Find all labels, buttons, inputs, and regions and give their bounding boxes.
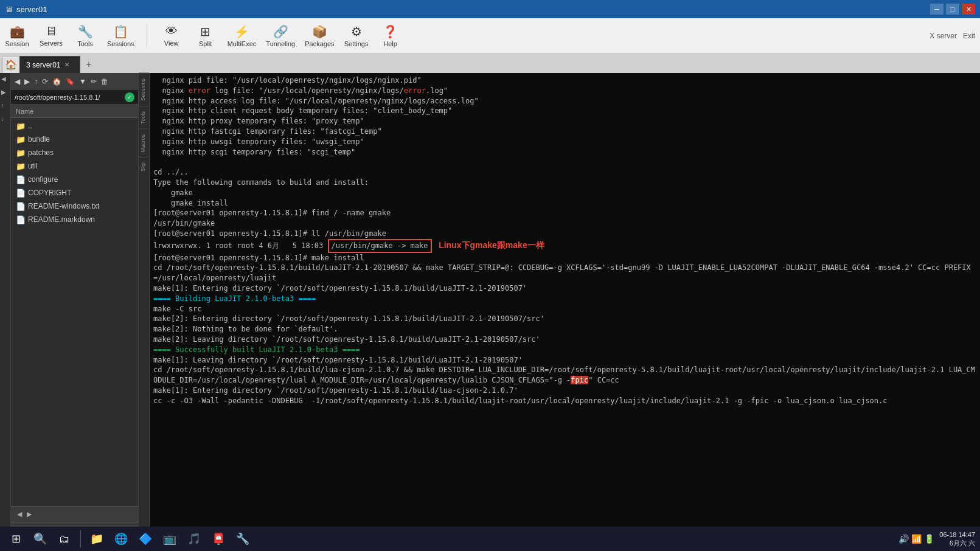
toolbar-help[interactable]: ❓ Help <box>378 24 403 47</box>
tab-add-button[interactable]: + <box>80 56 97 73</box>
file-tb-btn-6[interactable]: 🔖 <box>64 76 76 87</box>
file-tb-btn-3[interactable]: ↑ <box>33 76 39 87</box>
toolbar-settings[interactable]: ⚙ Settings <box>344 24 369 47</box>
tab-home[interactable]: 🏠 <box>2 56 19 73</box>
taskbar-app-3[interactable]: 🎵 <box>183 528 205 550</box>
toolbar-servers[interactable]: 🖥 Servers <box>39 24 63 47</box>
title-bar-controls: ─ □ ✕ <box>930 4 975 15</box>
toolbar-sessions[interactable]: 📋 Sessions <box>107 24 134 47</box>
tab-label: 3 server01 <box>26 61 61 69</box>
taskbar-separator <box>80 530 81 547</box>
file-tb-btn-2[interactable]: ▶ <box>23 76 31 87</box>
clock-time: 06-18 14:47 <box>939 530 975 539</box>
list-item[interactable]: 📁 util <box>11 159 138 173</box>
multiexec-label: MultiExec <box>228 40 257 47</box>
search-button[interactable]: 🔍 <box>29 528 51 550</box>
left-icon-3[interactable]: ↑ <box>1 102 10 111</box>
list-item-name: util <box>28 162 37 170</box>
side-label-slip[interactable]: Slip <box>139 157 149 176</box>
list-item-name: COPYRIGHT <box>28 189 71 197</box>
xserver-label[interactable]: X server <box>930 32 957 40</box>
list-item[interactable]: 📄 README-windows.txt <box>11 199 138 213</box>
list-item-name: bundle <box>28 135 50 144</box>
side-label-sessions[interactable]: Sessions <box>139 73 149 106</box>
toolbar-packages[interactable]: 📦 Packages <box>305 24 334 47</box>
split-label: Split <box>199 40 212 47</box>
toolbar-split[interactable]: ⊞ Split <box>193 24 218 47</box>
exit-label[interactable]: Exit <box>963 32 975 40</box>
list-item-name: configure <box>28 175 58 184</box>
folder-icon: 📁 <box>16 162 26 171</box>
tray-icon-3[interactable]: 🔋 <box>924 534 934 544</box>
file-tb-btn-7[interactable]: ▼ <box>78 76 88 87</box>
packages-label: Packages <box>305 40 334 47</box>
split-icon: ⊞ <box>200 24 210 39</box>
list-item[interactable]: 📄 README.markdown <box>11 213 138 226</box>
task-view-button[interactable]: 🗂 <box>54 528 75 550</box>
tab-server01[interactable]: 3 server01 ✕ <box>19 56 80 73</box>
file-tb-btn-9[interactable]: 🗑 <box>100 76 109 87</box>
file-header-label: Name <box>16 108 33 115</box>
session-label: Session <box>5 40 29 47</box>
list-item[interactable]: 📁 bundle <box>11 133 138 146</box>
file-tb-btn-8[interactable]: ✏ <box>89 76 98 87</box>
file-tb-btn-1[interactable]: ◀ <box>13 76 21 87</box>
packages-icon: 📦 <box>312 24 327 39</box>
left-icons-strip: ◀ ▶ ↑ ↓ <box>0 73 11 551</box>
left-icon-4[interactable]: ↓ <box>1 116 10 124</box>
minimize-button[interactable]: ─ <box>930 4 944 15</box>
list-item[interactable]: 📄 configure <box>11 173 138 186</box>
servers-icon: 🖥 <box>45 24 57 38</box>
left-icon-2[interactable]: ▶ <box>1 89 10 97</box>
taskbar-app-explorer[interactable]: 📁 <box>86 528 108 550</box>
maximize-button[interactable]: □ <box>946 4 959 15</box>
taskbar-app-4[interactable]: 📮 <box>207 528 229 550</box>
toolbar-tunneling[interactable]: 🔗 Tunneling <box>266 24 295 47</box>
tab-close-icon[interactable]: ✕ <box>64 61 69 68</box>
list-item[interactable]: 📁 patches <box>11 146 138 159</box>
list-item-name: README.markdown <box>28 215 95 224</box>
system-clock[interactable]: 06-18 14:47 6月六 六 <box>939 530 975 548</box>
title-bar: 🖥 server01 ─ □ ✕ <box>0 0 980 18</box>
file-tb-btn-4[interactable]: ⟳ <box>41 76 49 87</box>
start-button[interactable]: ⊞ <box>5 528 27 550</box>
side-label-tools[interactable]: Tools <box>139 106 149 129</box>
side-labels: Sessions Tools Macros Slip <box>139 73 150 551</box>
file-bottom-scroll: ◀ ▶ <box>11 506 138 522</box>
scroll-left[interactable]: ◀ <box>15 510 24 518</box>
path-text[interactable]: /root/soft/openresty-1.15.8.1/ <box>15 94 125 101</box>
scroll-right[interactable]: ▶ <box>24 510 34 518</box>
terminal[interactable]: nginx pid file: "/usr/local/openresty/ng… <box>150 73 980 551</box>
side-label-macros[interactable]: Macros <box>139 129 149 158</box>
view-label: View <box>164 40 179 47</box>
taskbar-app-5[interactable]: 🔧 <box>232 528 254 550</box>
home-icon: 🏠 <box>5 59 17 71</box>
list-item[interactable]: 📄 COPYRIGHT <box>11 186 138 199</box>
clock-date: 6月六 六 <box>939 539 975 547</box>
toolbar-multiexec[interactable]: ⚡ MultiExec <box>228 24 257 47</box>
taskbar-app-2[interactable]: 📺 <box>159 528 181 550</box>
terminal-output: nginx pid file: "/usr/local/openresty/ng… <box>153 75 976 406</box>
tray-icon-2[interactable]: 📶 <box>911 534 922 544</box>
tunneling-icon: 🔗 <box>273 24 288 39</box>
window-title: server01 <box>16 5 47 14</box>
tray-icon-1[interactable]: 🔊 <box>898 534 909 544</box>
toolbar-session[interactable]: 💼 Session <box>5 24 29 47</box>
folder-icon: 📁 <box>16 122 26 131</box>
tunneling-label: Tunneling <box>266 40 295 47</box>
taskbar: ⊞ 🔍 🗂 📁 🌐 🔷 📺 🎵 📮 🔧 🔊 📶 🔋 06-18 14:47 6月… <box>0 527 980 551</box>
toolbar-view[interactable]: 👁 View <box>159 24 184 47</box>
file-tb-btn-5[interactable]: 🏠 <box>51 76 63 87</box>
toolbar-tools[interactable]: 🔧 Tools <box>73 24 97 47</box>
help-label: Help <box>383 40 397 47</box>
taskbar-app-edge[interactable]: 🌐 <box>110 528 132 550</box>
left-icon-1[interactable]: ◀ <box>1 75 10 84</box>
taskbar-right: 🔊 📶 🔋 06-18 14:47 6月六 六 <box>898 530 975 548</box>
servers-label: Servers <box>40 40 63 47</box>
list-item[interactable]: 📁 .. <box>11 119 138 133</box>
close-button[interactable]: ✕ <box>962 4 975 15</box>
taskbar-app-1[interactable]: 🔷 <box>134 528 156 550</box>
tab-bar: 🏠 3 server01 ✕ + <box>0 54 980 73</box>
multiexec-icon: ⚡ <box>234 24 249 39</box>
list-item-name: patches <box>28 148 54 157</box>
